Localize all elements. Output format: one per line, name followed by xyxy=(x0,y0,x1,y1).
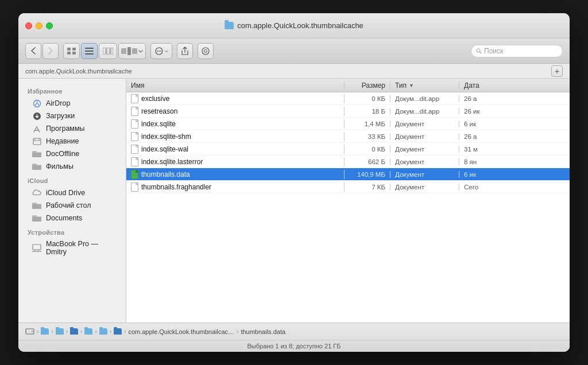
svg-rect-8 xyxy=(107,48,110,55)
sidebar-item-movies[interactable]: Фильмы xyxy=(21,160,123,173)
file-type-cell: Документ xyxy=(390,184,459,191)
folder-icon xyxy=(225,22,234,29)
share-button[interactable] xyxy=(177,43,193,59)
breadcrumb-item-hdd[interactable] xyxy=(25,328,34,335)
file-size-cell: 33 КБ xyxy=(345,133,390,140)
sidebar-label-icloud-drive: iCloud Drive xyxy=(46,189,85,197)
svg-rect-4 xyxy=(85,48,94,49)
sidebar-item-docoffline[interactable]: DocOffline xyxy=(21,147,123,160)
file-rows: exclusive 0 КБ Докум...dit.app 26 а rese… xyxy=(126,92,570,323)
file-row-selected[interactable]: thumbnails.data 140,9 МБ Документ 6 ик xyxy=(126,168,570,181)
pathbar: com.apple.QuickLook.thumbnailcache + xyxy=(18,64,570,79)
titlebar: com.apple.QuickLook.thumbnailcache xyxy=(18,13,570,38)
file-row[interactable]: thumbnails.fraghandler 7 КБ Документ Сег… xyxy=(126,181,570,193)
file-date-cell: 26 ик xyxy=(459,108,570,115)
sidebar-item-desktop[interactable]: Рабочий стол xyxy=(21,199,123,212)
svg-rect-0 xyxy=(67,48,71,51)
col-date-header[interactable]: Дата xyxy=(459,81,570,90)
computer-icon xyxy=(32,243,41,253)
breadcrumb-item-5[interactable] xyxy=(99,328,107,335)
path-sep: › xyxy=(124,328,126,335)
sidebar-label-macbook: MacBook Pro — Dmitry xyxy=(46,240,117,256)
path-folder-icon xyxy=(84,328,92,335)
col-type-header[interactable]: Тип ▼ xyxy=(390,81,459,90)
file-row[interactable]: index.sqlite-wal 0 КБ Документ 31 м xyxy=(126,143,570,156)
svg-rect-7 xyxy=(103,48,106,55)
breadcrumb-item-thumbnailcache[interactable]: com.apple.QuickLook.thumbnailcac… xyxy=(128,328,234,335)
forward-button[interactable] xyxy=(42,43,59,59)
desktop-folder-icon xyxy=(32,201,41,210)
file-date-cell: 26 а xyxy=(459,133,570,140)
svg-rect-3 xyxy=(72,52,76,55)
file-type-cell: Документ xyxy=(390,146,459,153)
path-sep: › xyxy=(95,328,96,335)
file-size-cell: 662 Б xyxy=(345,158,390,165)
sidebar-item-recents[interactable]: Недавние xyxy=(21,135,123,147)
sidebar-item-documents[interactable]: Documents xyxy=(21,212,123,224)
file-row[interactable]: resetreason 18 Б Докум...dit.app 26 ик xyxy=(126,105,570,118)
icloud-drive-icon xyxy=(32,188,41,197)
col-size-header[interactable]: Размер xyxy=(345,81,390,90)
sidebar-label-movies: Фильмы xyxy=(46,162,74,170)
icon-view-button[interactable] xyxy=(63,43,80,59)
add-button[interactable]: + xyxy=(551,65,563,77)
tags-button[interactable] xyxy=(198,43,214,59)
file-name-cell: thumbnails.fraghandler xyxy=(126,182,345,192)
nav-group xyxy=(25,43,59,59)
list-view-button[interactable] xyxy=(81,43,98,59)
file-icon xyxy=(131,157,138,166)
breadcrumb-item-4[interactable] xyxy=(84,328,92,335)
sidebar: Избранное AirDrop Загрузки xyxy=(18,79,126,323)
svg-rect-31 xyxy=(33,244,41,250)
svg-point-17 xyxy=(202,48,209,55)
back-button[interactable] xyxy=(25,43,41,59)
breadcrumb-item-1[interactable] xyxy=(41,328,49,335)
path-sep: › xyxy=(80,328,82,335)
pathbar-title: com.apple.QuickLook.thumbnailcache xyxy=(25,68,132,75)
breadcrumb-item-thumbnails-data[interactable]: thumbnails.data xyxy=(241,328,285,335)
action-button[interactable] xyxy=(150,43,172,59)
sidebar-item-applications[interactable]: Программы xyxy=(21,122,123,135)
file-row[interactable]: index.sqlite 1,4 МБ Документ 6 ик xyxy=(126,118,570,130)
svg-rect-11 xyxy=(127,47,131,55)
sidebar-item-macbook[interactable]: MacBook Pro — Dmitry xyxy=(21,238,123,258)
svg-point-14 xyxy=(157,51,158,52)
file-icon xyxy=(131,107,138,116)
movies-folder-icon xyxy=(32,162,41,171)
icloud-section-label: iCloud xyxy=(18,173,126,187)
sidebar-item-downloads[interactable]: Загрузки xyxy=(21,110,123,122)
file-size-cell: 0 КБ xyxy=(345,95,390,102)
close-button[interactable] xyxy=(25,22,32,29)
path-breadcrumb: › › › › › › › xyxy=(18,323,570,340)
breadcrumb-item-3[interactable] xyxy=(70,328,78,335)
breadcrumb-item-2[interactable] xyxy=(56,328,64,335)
path-sep: › xyxy=(51,328,53,335)
sidebar-label-desktop: Рабочий стол xyxy=(46,201,91,209)
file-date-cell: 26 а xyxy=(459,95,570,102)
file-row[interactable]: exclusive 0 КБ Докум...dit.app 26 а xyxy=(126,92,570,105)
minimize-button[interactable] xyxy=(36,22,42,29)
column-view-button[interactable] xyxy=(99,43,117,59)
toolbar: Поиск xyxy=(18,38,570,64)
svg-rect-2 xyxy=(67,52,71,55)
file-row[interactable]: index.sqlite-shm 33 КБ Документ 26 а xyxy=(126,130,570,143)
file-name-cell: exclusive xyxy=(126,94,345,103)
file-size-cell: 7 КБ xyxy=(345,184,390,191)
docoffline-folder-icon xyxy=(32,149,41,158)
search-box[interactable]: Поиск xyxy=(471,45,563,57)
sort-arrow: ▼ xyxy=(409,83,414,88)
file-name-cell: index.sqlite xyxy=(126,119,345,129)
file-row[interactable]: index.sqlite.lasterror 662 Б Документ 8 … xyxy=(126,156,570,168)
coverflow-view-button[interactable] xyxy=(118,43,146,59)
airdrop-icon xyxy=(32,99,41,108)
sidebar-item-airdrop[interactable]: AirDrop xyxy=(21,97,123,110)
sidebar-item-icloud-drive[interactable]: iCloud Drive xyxy=(21,187,123,199)
sidebar-label-recents: Недавние xyxy=(46,137,79,145)
search-placeholder: Поиск xyxy=(484,47,503,55)
breadcrumb-item-6[interactable] xyxy=(114,328,122,335)
col-name-header[interactable]: Имя xyxy=(126,81,345,90)
sidebar-label-applications: Программы xyxy=(46,125,85,133)
maximize-button[interactable] xyxy=(46,22,53,29)
svg-point-16 xyxy=(160,51,161,52)
path-folder-icon xyxy=(56,328,64,335)
